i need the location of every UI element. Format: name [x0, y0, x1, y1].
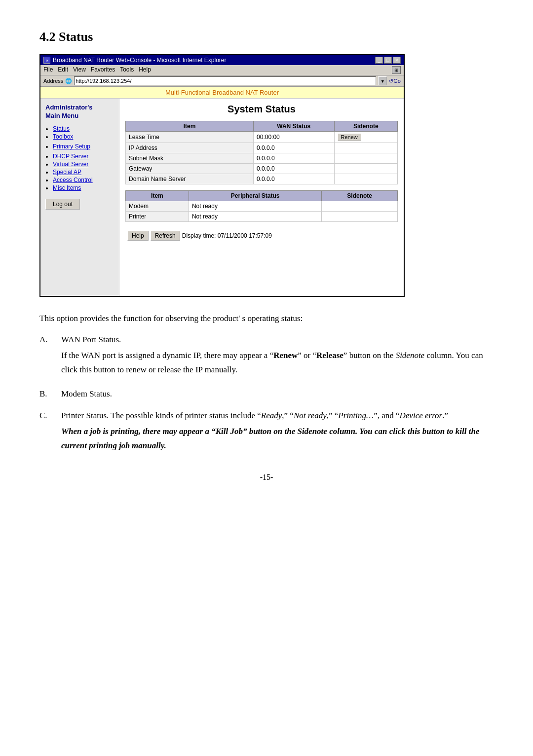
sidebar-item-dhcp-server[interactable]: DHCP Server — [53, 153, 114, 160]
toolbar-icon: ⊞ — [392, 66, 401, 74]
titlebar-left: e Broadband NAT Router Web-Console - Mic… — [43, 57, 227, 64]
table-row: Printer Not ready — [126, 212, 398, 222]
refresh-button[interactable]: Refresh — [151, 231, 180, 241]
logout-button[interactable]: Log out — [45, 199, 80, 210]
display-time: Display time: 07/11/2000 17:57:09 — [182, 232, 272, 239]
section-c-letter: C. — [39, 411, 51, 421]
table-row: Gateway 0.0.0.0 — [126, 164, 398, 174]
menu-view[interactable]: View — [73, 66, 86, 74]
wan-item-3: Subnet Mask — [126, 153, 254, 164]
section-b: B. Modem Status. — [39, 389, 494, 399]
menu-favorites[interactable]: Favorites — [91, 66, 115, 74]
menu-file[interactable]: File — [43, 66, 53, 74]
minimize-button[interactable]: _ — [375, 57, 383, 64]
peripheral-status-table: Item Peripheral Status Sidenote Modem No… — [125, 190, 398, 222]
system-status-title: System Status — [125, 104, 398, 115]
peri-sidenote-1 — [322, 201, 398, 212]
wan-value-3: 0.0.0.0 — [254, 153, 334, 164]
wan-sidenote-4 — [334, 164, 398, 174]
section-a-title: WAN Port Status. — [61, 335, 121, 345]
browser-icon: e — [43, 57, 50, 64]
wan-item-5: Domain Name Server — [126, 174, 254, 184]
address-dropdown[interactable]: ▼ — [378, 76, 387, 85]
menu-help[interactable]: Help — [139, 66, 151, 74]
sidebar: Administrator's Main Menu Status Toolbox… — [40, 99, 119, 296]
intro-paragraph: This option provides the function for ob… — [39, 312, 494, 325]
content-banner: Multi-Functional Broadband NAT Router — [40, 87, 404, 99]
browser-title: Broadband NAT Router Web-Console - Micro… — [53, 57, 227, 64]
content-layout: Administrator's Main Menu Status Toolbox… — [40, 99, 404, 296]
address-input[interactable] — [74, 76, 376, 85]
browser-menubar: File Edit View Favorites Tools Help ⊞ — [40, 65, 404, 75]
wan-status-table: Item WAN Status Sidenote Lease Time 00:0… — [125, 121, 398, 184]
wan-value-4: 0.0.0.0 — [254, 164, 334, 174]
wan-item-4: Gateway — [126, 164, 254, 174]
wan-sidenote-3 — [334, 153, 398, 164]
peri-col-sidenote: Sidenote — [322, 191, 398, 201]
peri-item-1: Modem — [126, 201, 189, 212]
menu-tools[interactable]: Tools — [120, 66, 134, 74]
sidebar-title: Administrator's Main Menu — [45, 104, 114, 120]
address-label: Address — [43, 78, 63, 84]
sidebar-item-virtual-server[interactable]: Virtual Server — [53, 161, 114, 168]
section-b-title: Modem Status. — [61, 389, 112, 399]
peri-value-2: Not ready — [189, 212, 321, 222]
browser-content: Multi-Functional Broadband NAT Router Ad… — [40, 87, 404, 296]
menu-edit[interactable]: Edit — [58, 66, 68, 74]
help-button[interactable]: Help — [127, 231, 149, 241]
section-c: C. Printer Status. The possible kinds of… — [39, 411, 494, 453]
maximize-button[interactable]: □ — [384, 57, 392, 64]
not-ready-italic: Not ready — [294, 411, 327, 420]
sidebar-item-toolbox[interactable]: Toolbox — [53, 133, 114, 140]
printing-italic: Printing… — [338, 411, 374, 420]
wan-sidenote-5 — [334, 174, 398, 184]
wan-item-2: IP Address — [126, 143, 254, 153]
wan-sidenote-2 — [334, 143, 398, 153]
wan-col-sidenote: Sidenote — [334, 121, 398, 132]
section-c-label: C. Printer Status. The possible kinds of… — [39, 411, 494, 421]
peri-item-2: Printer — [126, 212, 189, 222]
peri-sidenote-2 — [322, 212, 398, 222]
browser-addressbar: Address 🌐 ▼ ↺Go — [40, 75, 404, 87]
section-b-label: B. Modem Status. — [39, 389, 494, 399]
browser-titlebar: e Broadband NAT Router Web-Console - Mic… — [40, 55, 404, 65]
wan-value-2: 0.0.0.0 — [254, 143, 334, 153]
device-error-italic: Device error — [400, 411, 443, 420]
peri-col-status: Peripheral Status — [189, 191, 321, 201]
wan-col-status: WAN Status — [254, 121, 334, 132]
address-icon: 🌐 — [65, 78, 72, 84]
peri-col-item: Item — [126, 191, 189, 201]
ready-italic: Ready — [261, 411, 282, 420]
browser-window: e Broadband NAT Router Web-Console - Mic… — [39, 54, 405, 297]
section-b-letter: B. — [39, 389, 51, 399]
kill-job-note: When a job is printing, there may appear… — [61, 427, 479, 450]
section-c-note: When a job is printing, there may appear… — [61, 425, 494, 453]
bottom-bar: Help Refresh Display time: 07/11/2000 17… — [125, 228, 398, 244]
wan-value-1: 00:00:00 — [254, 132, 334, 143]
wan-sidenote-1: Renew — [334, 132, 398, 143]
sidebar-nav: Status Toolbox Primary Setup DHCP Server… — [45, 125, 114, 191]
wan-col-item: Item — [126, 121, 254, 132]
wan-value-5: 0.0.0.0 — [254, 174, 334, 184]
table-row: Modem Not ready — [126, 201, 398, 212]
close-button[interactable]: ✕ — [393, 57, 401, 64]
table-row: Subnet Mask 0.0.0.0 — [126, 153, 398, 164]
sidebar-item-primary-setup[interactable]: Primary Setup — [53, 143, 114, 150]
wan-item-1: Lease Time — [126, 132, 254, 143]
section-a: A. WAN Port Status. If the WAN port is a… — [39, 335, 494, 377]
peri-value-1: Not ready — [189, 201, 321, 212]
sidebar-item-access-control[interactable]: Access Control — [53, 177, 114, 183]
section-c-title: Printer Status. The possible kinds of pr… — [61, 411, 448, 421]
section-a-body: If the WAN port is assigned a dynamic IP… — [61, 349, 494, 377]
titlebar-controls: _ □ ✕ — [375, 57, 401, 64]
sidebar-item-special-ap[interactable]: Special AP — [53, 169, 114, 176]
sidebar-item-status[interactable]: Status — [53, 125, 114, 132]
sidebar-item-misc-items[interactable]: Misc Items — [53, 184, 114, 191]
table-row: IP Address 0.0.0.0 — [126, 143, 398, 153]
table-row: Lease Time 00:00:00 Renew — [126, 132, 398, 143]
page-heading: 4.2 Status — [39, 30, 494, 44]
go-button[interactable]: ↺Go — [389, 78, 401, 84]
table-row: Domain Name Server 0.0.0.0 — [126, 174, 398, 184]
renew-button[interactable]: Renew — [338, 133, 361, 141]
page-number: -15- — [39, 473, 494, 482]
